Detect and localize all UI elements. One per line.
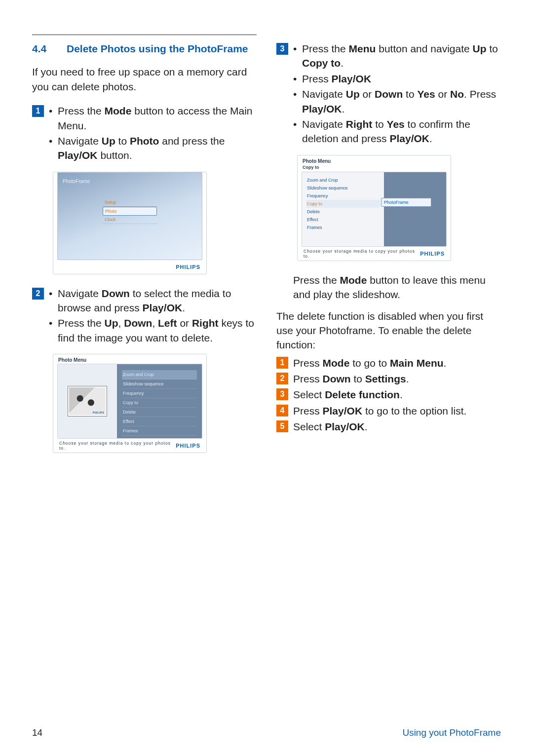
step-badge-3: 3 bbox=[276, 43, 288, 55]
step-1-item-a: Press the Mode button to access the Main… bbox=[49, 104, 257, 133]
opt-frequency: Frequency bbox=[122, 389, 197, 398]
copyto-target-pane: PhotoFrame bbox=[384, 172, 446, 246]
main-menu-list: Setup Photo Clock bbox=[103, 198, 157, 224]
manual-page: 4.4 Delete Photos using the PhotoFrame I… bbox=[0, 0, 533, 756]
step-1: 1 Press the Mode button to access the Ma… bbox=[32, 104, 257, 164]
storage-message: Choose your storage media to copy your p… bbox=[59, 441, 176, 451]
section-title-text: Delete Photos using the PhotoFrame bbox=[67, 42, 248, 56]
photo-menu-options: Zoom and Crop Slideshow sequence Frequen… bbox=[117, 364, 202, 438]
copyto-target: PhotoFrame bbox=[381, 198, 431, 207]
left-column: 4.4 Delete Photos using the PhotoFrame I… bbox=[32, 35, 257, 465]
enable-3-body: Select Delete function. bbox=[293, 387, 501, 402]
step-3-body: Press the Menu button and navigate Up to… bbox=[293, 41, 501, 147]
step-1-item-b: Navigate Up to Photo and press the Play/… bbox=[49, 134, 257, 163]
enable-badge-4: 4 bbox=[276, 405, 288, 416]
m3-frequency: Frequency bbox=[306, 192, 380, 200]
enable-step-2: 2 Press Down to Settings. bbox=[276, 371, 501, 386]
step-3-item-b: Press Play/OK bbox=[293, 72, 501, 86]
opt-copy: Copy to bbox=[122, 398, 197, 408]
step-2-item-b: Press the Up, Down, Left or Right keys t… bbox=[49, 316, 257, 345]
copyto-sub: Copy to bbox=[298, 165, 451, 172]
menu-photo: Photo bbox=[103, 207, 157, 216]
enable-badge-1: 1 bbox=[276, 357, 288, 369]
section-number: 4.4 bbox=[32, 42, 67, 56]
philips-logo: PHILIPS bbox=[176, 264, 200, 270]
opt-effect: Effect bbox=[122, 417, 197, 426]
opt-slideshow: Slideshow sequence bbox=[122, 379, 197, 389]
intro-text: If you need to free up space on a memory… bbox=[32, 65, 257, 94]
m3-delete: Delete bbox=[306, 208, 380, 216]
top-rule bbox=[32, 35, 257, 35]
enable-4-body: Press Play/OK to go to the option list. bbox=[293, 403, 501, 418]
opt-zoom: Zoom and Crop bbox=[122, 370, 197, 379]
enable-5-body: Select Play/OK. bbox=[293, 419, 501, 434]
screenshot-photo-menu: Photo Menu Zoom and Crop Slideshow seque… bbox=[53, 354, 207, 453]
philips-logo: PHILIPS bbox=[176, 443, 200, 449]
enable-badge-3: 3 bbox=[276, 388, 288, 400]
enable-step-4: 4 Press Play/OK to go to the option list… bbox=[276, 403, 501, 418]
leave-menu-note: Press the Mode button to leave this menu… bbox=[293, 273, 501, 302]
step-2-body: Navigate Down to select the media to bro… bbox=[49, 286, 257, 346]
step-2-item-a: Navigate Down to select the media to bro… bbox=[49, 286, 257, 315]
enable-2-body: Press Down to Settings. bbox=[293, 371, 501, 386]
enable-1-body: Press Mode to go to Main Menu. bbox=[293, 355, 501, 370]
screenshot-main-menu: PhotoFrame Setup Photo Clock PHILIPS bbox=[53, 172, 207, 274]
m3-effect: Effect bbox=[306, 216, 380, 224]
page-footer: 14 Using yout PhotoFrame bbox=[0, 727, 533, 738]
opt-frames: Frames bbox=[122, 426, 197, 436]
m3-slideshow: Slideshow sequence bbox=[306, 184, 380, 192]
enable-step-5: 5 Select Play/OK. bbox=[276, 419, 501, 434]
storage-message: Choose your storage media to copy your p… bbox=[304, 249, 420, 259]
step-3-item-c: Navigate Up or Down to Yes or No. Press … bbox=[293, 87, 501, 116]
brand-row-2: Choose your storage media to copy your p… bbox=[53, 439, 206, 453]
philips-logo: PHILIPS bbox=[420, 251, 445, 257]
photo-menu-title: Photo Menu bbox=[53, 354, 206, 364]
photo-menu-body: Zoom and Crop Slideshow sequence Frequen… bbox=[57, 364, 202, 439]
menu-setup: Setup bbox=[103, 198, 157, 207]
m3-frames: Frames bbox=[306, 224, 380, 231]
copyto-body: Zoom and Crop Slideshow sequence Frequen… bbox=[302, 172, 447, 247]
photo-menu-preview bbox=[58, 364, 117, 438]
copyto-title: Photo Menu bbox=[298, 155, 451, 165]
disabled-intro: The delete function is disabled when you… bbox=[276, 309, 501, 352]
enable-step-3: 3 Select Delete function. bbox=[276, 387, 501, 402]
step-3-item-a: Press the Menu button and navigate Up to… bbox=[293, 41, 501, 71]
opt-delete: Delete bbox=[122, 408, 197, 417]
brand-row: PHILIPS bbox=[53, 260, 206, 274]
enable-badge-5: 5 bbox=[276, 420, 288, 432]
page-number: 14 bbox=[32, 727, 42, 738]
brand-row-3: Choose your storage media to copy your p… bbox=[298, 247, 451, 261]
m3-copy: Copy to bbox=[306, 200, 380, 208]
photo-thumbnail bbox=[68, 386, 107, 416]
step-2: 2 Navigate Down to select the media to b… bbox=[32, 286, 257, 346]
step-3: 3 Press the Menu button and navigate Up … bbox=[276, 41, 501, 147]
columns: 4.4 Delete Photos using the PhotoFrame I… bbox=[32, 35, 501, 465]
screenshot-bg: PhotoFrame Setup Photo Clock bbox=[57, 172, 202, 260]
right-column: 3 Press the Menu button and navigate Up … bbox=[276, 35, 501, 465]
menu-clock: Clock bbox=[103, 216, 157, 224]
copyto-options: Zoom and Crop Slideshow sequence Frequen… bbox=[302, 172, 384, 246]
footer-section-name: Using yout PhotoFrame bbox=[402, 727, 501, 738]
enable-badge-2: 2 bbox=[276, 373, 288, 384]
enable-steps: 1 Press Mode to go to Main Menu. 2 Press… bbox=[276, 355, 501, 434]
pf-label: PhotoFrame bbox=[63, 179, 90, 184]
section-heading: 4.4 Delete Photos using the PhotoFrame bbox=[32, 42, 257, 56]
enable-step-1: 1 Press Mode to go to Main Menu. bbox=[276, 355, 501, 370]
screenshot-copy-to: Photo Menu Copy to Zoom and Crop Slidesh… bbox=[297, 155, 451, 261]
step-1-body: Press the Mode button to access the Main… bbox=[49, 104, 257, 164]
m3-zoom: Zoom and Crop bbox=[306, 176, 380, 184]
step-badge-2: 2 bbox=[32, 288, 44, 300]
step-badge-1: 1 bbox=[32, 105, 44, 117]
step-3-item-d: Navigate Right to Yes to confirm the del… bbox=[293, 117, 501, 146]
